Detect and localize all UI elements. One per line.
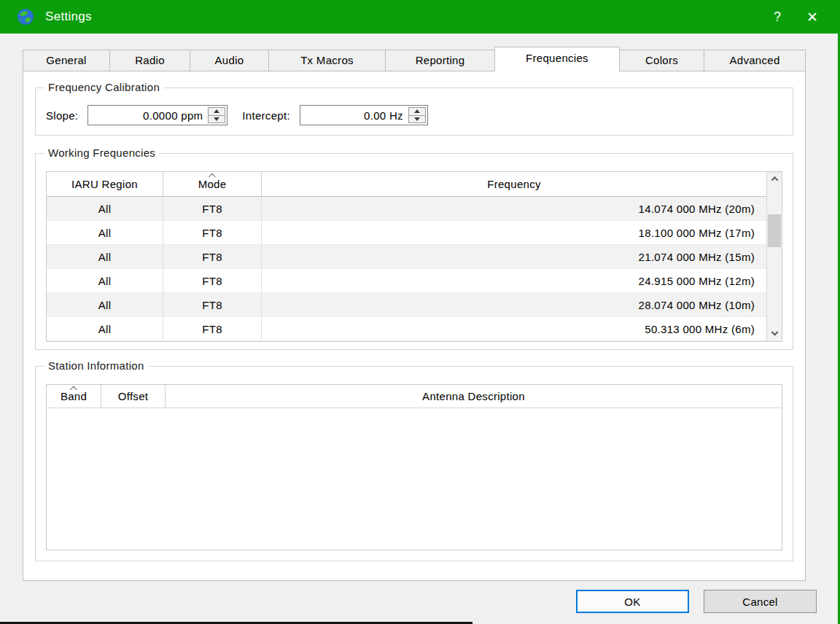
triangle-down-icon (414, 117, 420, 121)
intercept-input[interactable] (300, 106, 407, 125)
table-body-empty[interactable] (47, 408, 782, 550)
cell-region: All (47, 245, 163, 269)
slope-spin-control (208, 107, 225, 123)
cell-mode: FT8 (163, 317, 262, 341)
working-frequencies-group: Working Frequencies IARU Region Mode Fre… (35, 153, 793, 350)
help-button[interactable]: ? (760, 0, 795, 34)
cell-region: All (47, 221, 163, 245)
scroll-up-button[interactable] (767, 172, 782, 186)
table-header-row: IARU Region Mode Frequency (47, 172, 766, 197)
settings-tabbar: General Radio Audio Tx Macros Reporting … (23, 46, 806, 71)
scroll-down-button[interactable] (767, 327, 782, 341)
table-row[interactable]: All FT8 21.074 000 MHz (15m) (47, 245, 766, 269)
tab-general[interactable]: General (23, 50, 109, 71)
chevron-down-icon (771, 329, 778, 336)
cell-mode: FT8 (163, 221, 262, 245)
globe-icon (16, 7, 35, 26)
table-body: All FT8 14.074 000 MHz (20m) All FT8 18.… (47, 197, 766, 341)
table-row[interactable]: All FT8 28.074 000 MHz (10m) (47, 293, 766, 317)
cell-region: All (47, 269, 163, 293)
slope-spinbox[interactable] (88, 105, 228, 125)
table-header-row: Band Offset Antenna Description (47, 385, 782, 408)
column-header-antenna-description[interactable]: Antenna Description (166, 385, 782, 407)
intercept-spin-up-button[interactable] (409, 108, 425, 115)
frequency-calibration-group: Frequency Calibration Slope: Intercept: (35, 87, 793, 136)
titlebar: Settings ? ✕ (0, 0, 840, 34)
cell-frequency: 50.313 000 MHz (6m) (262, 317, 766, 341)
cell-mode: FT8 (163, 293, 262, 317)
cell-region: All (47, 197, 163, 221)
cell-frequency: 14.074 000 MHz (20m) (262, 197, 766, 221)
cell-mode: FT8 (163, 245, 262, 269)
vertical-scrollbar[interactable] (766, 172, 782, 341)
tab-radio[interactable]: Radio (109, 50, 190, 71)
cell-frequency: 18.100 000 MHz (17m) (262, 221, 766, 245)
window-title: Settings (45, 9, 760, 24)
tab-frequencies[interactable]: Frequencies (494, 47, 620, 71)
tab-audio[interactable]: Audio (190, 50, 268, 71)
intercept-spin-down-button[interactable] (409, 115, 425, 123)
slope-label: Slope: (46, 109, 78, 122)
slope-spin-down-button[interactable] (209, 115, 225, 123)
scrollbar-thumb[interactable] (768, 214, 781, 247)
column-header-band[interactable]: Band (47, 385, 101, 407)
cancel-button[interactable]: Cancel (704, 590, 817, 613)
tab-advanced[interactable]: Advanced (704, 50, 806, 71)
triangle-down-icon (214, 117, 219, 121)
frequencies-tab-panel: Frequency Calibration Slope: Intercept: (23, 71, 806, 581)
working-frequencies-table: IARU Region Mode Frequency All FT8 14.07… (46, 171, 782, 342)
triangle-up-icon (414, 109, 420, 113)
table-row[interactable]: All FT8 50.313 000 MHz (6m) (47, 317, 766, 341)
ok-button[interactable]: OK (576, 590, 689, 613)
group-title: Working Frequencies (44, 147, 159, 159)
group-title: Station Information (44, 359, 148, 372)
intercept-spin-control (408, 107, 426, 123)
slope-spin-up-button[interactable] (209, 108, 225, 115)
station-information-table: Band Offset Antenna Description (46, 384, 782, 550)
station-information-group: Station Information Band Offset Antenna … (35, 366, 793, 561)
cell-frequency: 28.074 000 MHz (10m) (262, 293, 766, 317)
cell-frequency: 24.915 000 MHz (12m) (262, 269, 766, 293)
chevron-up-icon (771, 176, 778, 184)
column-header-offset[interactable]: Offset (101, 385, 166, 407)
close-button[interactable]: ✕ (795, 0, 830, 34)
tab-tx-macros[interactable]: Tx Macros (268, 50, 385, 71)
column-header-mode[interactable]: Mode (163, 172, 262, 196)
group-title: Frequency Calibration (44, 81, 163, 93)
table-row[interactable]: All FT8 14.074 000 MHz (20m) (47, 197, 766, 221)
cell-mode: FT8 (163, 197, 262, 221)
cell-frequency: 21.074 000 MHz (15m) (262, 245, 766, 269)
tab-reporting[interactable]: Reporting (385, 50, 494, 71)
cell-region: All (47, 317, 163, 341)
tab-colors[interactable]: Colors (620, 50, 704, 71)
intercept-label: Intercept: (242, 109, 290, 122)
table-row[interactable]: All FT8 18.100 000 MHz (17m) (47, 221, 766, 245)
column-header-iaru-region[interactable]: IARU Region (47, 172, 163, 196)
dialog-footer: OK Cancel (0, 590, 817, 613)
intercept-spinbox[interactable] (300, 105, 428, 125)
cell-region: All (47, 293, 163, 317)
triangle-up-icon (214, 109, 219, 113)
column-header-frequency[interactable]: Frequency (262, 172, 766, 196)
cell-mode: FT8 (163, 269, 262, 293)
slope-input[interactable] (88, 106, 206, 125)
table-row[interactable]: All FT8 24.915 000 MHz (12m) (47, 269, 766, 293)
